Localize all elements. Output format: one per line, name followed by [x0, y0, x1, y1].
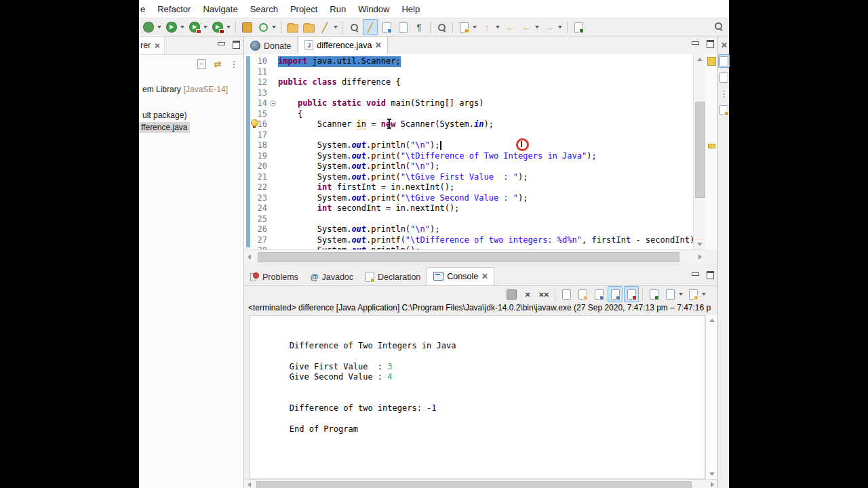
- open-console-dropdown-icon[interactable]: [702, 293, 706, 296]
- collapse-all-icon[interactable]: −: [194, 56, 209, 72]
- quick-fix-lightbulb-icon[interactable]: [251, 119, 257, 127]
- code-line[interactable]: 21 System.out.print("\tGive First Value …: [244, 172, 693, 183]
- remove-all-launches-icon[interactable]: ××: [536, 286, 551, 302]
- scroll-down-icon[interactable]: [709, 472, 715, 476]
- tab-declaration[interactable]: Declaration: [359, 268, 427, 285]
- menu-item-help[interactable]: Help: [395, 1, 426, 17]
- console-vertical-scrollbar[interactable]: [705, 315, 717, 479]
- annotation-summary-marker[interactable]: [707, 57, 716, 66]
- minimized-view-icon-2[interactable]: ⋮: [718, 87, 730, 100]
- occurrence-marker[interactable]: [708, 144, 715, 148]
- scroll-left-icon[interactable]: [248, 254, 251, 260]
- code-line[interactable]: 20 System.out.println("\n");: [244, 161, 693, 172]
- new-java-project-icon[interactable]: [239, 19, 254, 35]
- import-folder-icon[interactable]: [301, 19, 316, 35]
- maximize-icon[interactable]: [232, 40, 241, 48]
- debug-dropdown-icon[interactable]: [157, 26, 161, 28]
- next-annotation-icon[interactable]: [456, 19, 471, 35]
- tab-problems[interactable]: Problems: [244, 268, 304, 285]
- scrollbar-thumb[interactable]: [258, 252, 679, 262]
- show-stderr-icon[interactable]: [624, 286, 639, 302]
- mark-occurrences-icon[interactable]: ╱: [363, 19, 378, 35]
- scrollbar-thumb[interactable]: [256, 481, 692, 488]
- console-output[interactable]: Difference of Two Integers in Java Give …: [250, 315, 705, 479]
- display-console-dropdown-icon[interactable]: [679, 293, 683, 296]
- run-coverage-dropdown-icon[interactable]: [203, 26, 208, 28]
- brush-dropdown-icon[interactable]: [334, 26, 338, 28]
- back-dropdown-icon[interactable]: [535, 26, 539, 28]
- code-line[interactable]: 27 System.out.printf("\tDifference of tw…: [244, 235, 693, 246]
- code-line[interactable]: 15 {: [244, 109, 693, 120]
- scroll-up-icon[interactable]: [709, 319, 715, 322]
- scroll-up-icon[interactable]: [697, 58, 703, 61]
- code-line[interactable]: 25: [244, 214, 693, 225]
- minimize-icon[interactable]: [217, 40, 226, 48]
- previous-annotation-icon[interactable]: ↑: [479, 19, 494, 35]
- editor-horizontal-scrollbar[interactable]: [244, 249, 705, 263]
- code-line[interactable]: 19 System.out.print("\tDifference of Two…: [244, 151, 693, 162]
- minimized-view-icon-3[interactable]: [718, 103, 730, 117]
- restore-outline-icon[interactable]: [718, 54, 730, 68]
- menu-item-run[interactable]: Run: [323, 1, 352, 17]
- dim-search-icon[interactable]: [434, 19, 449, 35]
- tree-item-default-package[interactable]: ult package): [140, 110, 189, 121]
- menu-item-search[interactable]: Search: [244, 1, 284, 17]
- console-horizontal-scrollbar[interactable]: [244, 479, 717, 488]
- close-icon[interactable]: [375, 42, 381, 48]
- menu-item-e[interactable]: e: [139, 1, 151, 17]
- tree-item-difference-java[interactable]: fference.java: [139, 122, 190, 133]
- plug-search-icon[interactable]: [347, 19, 361, 35]
- maximize-icon[interactable]: [706, 39, 715, 47]
- maximize-icon[interactable]: [706, 270, 715, 279]
- menu-item-project[interactable]: Project: [284, 1, 323, 17]
- previous-annotation-dropdown-icon[interactable]: [496, 26, 500, 28]
- package-explorer-tab[interactable]: rer: [139, 37, 165, 54]
- back-icon[interactable]: ←: [519, 19, 534, 35]
- minimize-icon[interactable]: [691, 270, 700, 279]
- terminate-icon[interactable]: [504, 286, 519, 302]
- open-new-window-icon[interactable]: [571, 19, 586, 35]
- code-line[interactable]: 10import java.util.Scanner;: [244, 56, 693, 67]
- tab-difference-java[interactable]: J difference.java: [298, 36, 388, 54]
- menu-item-window[interactable]: Window: [352, 1, 395, 17]
- tree-item-jre-system-library[interactable]: em Library[JavaSE-14]: [140, 84, 230, 95]
- code-line[interactable]: 13: [244, 88, 693, 99]
- forward-dropdown-icon[interactable]: [558, 26, 562, 28]
- last-edit-location-icon[interactable]: ←: [502, 19, 517, 35]
- brush-icon[interactable]: ╱: [317, 19, 332, 35]
- word-wrap-icon[interactable]: [591, 286, 606, 302]
- profile-dropdown-icon[interactable]: [226, 26, 231, 28]
- show-stdout-icon[interactable]: [608, 286, 623, 302]
- run-coverage-icon[interactable]: ▶: [187, 19, 202, 35]
- code-line[interactable]: 23 System.out.print("\tGive Second Value…: [244, 193, 693, 204]
- remove-launch-icon[interactable]: ×: [520, 286, 535, 302]
- scroll-right-icon[interactable]: [698, 254, 702, 260]
- minimize-icon[interactable]: [691, 39, 700, 47]
- scroll-right-icon[interactable]: [711, 482, 714, 487]
- run-dropdown-icon[interactable]: [180, 26, 184, 28]
- code-line[interactable]: 22 int firstInt = in.nextInt();: [244, 182, 693, 193]
- editor-vertical-scrollbar[interactable]: [693, 54, 705, 249]
- forward-icon[interactable]: →: [542, 19, 557, 35]
- next-annotation-dropdown-icon[interactable]: [473, 26, 477, 28]
- clear-console-icon[interactable]: [559, 286, 574, 302]
- scroll-down-icon[interactable]: [697, 243, 703, 246]
- open-wizard-dropdown-icon[interactable]: [272, 26, 276, 28]
- code-line[interactable]: 18 System.out.println("\n");: [244, 140, 693, 151]
- link-with-editor-icon[interactable]: ⇄: [210, 56, 225, 72]
- profile-icon[interactable]: ▶: [210, 19, 225, 35]
- pin-console-icon[interactable]: [646, 286, 661, 302]
- open-folder-icon[interactable]: [285, 19, 300, 35]
- save-jump-icon[interactable]: [379, 19, 394, 35]
- scrollbar-thumb[interactable]: [695, 102, 705, 198]
- code-line[interactable]: 14 public static void main(String[] args…: [244, 98, 693, 109]
- close-icon[interactable]: [155, 43, 160, 48]
- search-icon[interactable]: [715, 22, 722, 30]
- open-console-icon[interactable]: [686, 286, 701, 302]
- code-line[interactable]: 26 System.out.println("\n");: [244, 224, 693, 235]
- scroll-lock-icon[interactable]: [575, 286, 590, 302]
- view-menu-icon[interactable]: ⋮: [226, 56, 241, 72]
- debug-icon[interactable]: [141, 19, 156, 35]
- open-wizard-icon[interactable]: [256, 19, 271, 35]
- menu-item-navigate[interactable]: Navigate: [197, 1, 243, 17]
